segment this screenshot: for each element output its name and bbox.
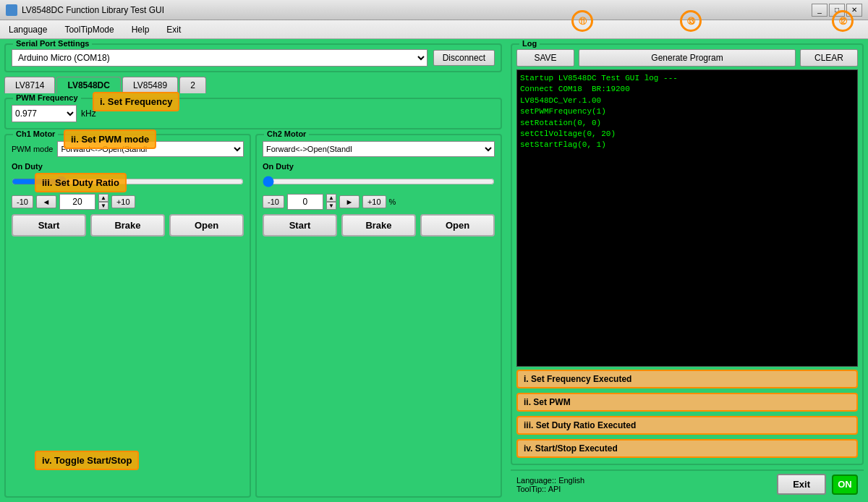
ch1-open-button[interactable]: Open [169, 214, 244, 237]
ch1-motor-section: Ch1 Motor ii. Set PWM mode PWM mode Forw… [4, 134, 251, 498]
ch2-slider-container [263, 176, 495, 190]
motors-row: Ch1 Motor ii. Set PWM mode PWM mode Forw… [4, 134, 502, 498]
freq-unit: kHz [81, 109, 96, 119]
ch1-spin-up[interactable]: ▲ [98, 194, 109, 202]
tab-lv8714[interactable]: LV8714 [4, 77, 55, 93]
main-content: Serial Port Settings Arduino Micro (COM1… [0, 39, 868, 502]
ch2-motor-section: Ch2 Motor Forward<->Open(Standl On Duty … [255, 134, 502, 498]
pwm-frequency-section: PWM Frequency 0.977 kHz i. Set Frequency [4, 98, 502, 129]
close-button[interactable]: ✕ [846, 4, 862, 17]
ch1-duty-label: On Duty [12, 161, 244, 171]
language-value: English [558, 476, 584, 485]
ch2-spin: ▲ ▼ [326, 194, 336, 210]
status-bar: Language:: English ToolTip:: API Exit ON [511, 469, 864, 498]
tab-lv85489[interactable]: LV85489 [122, 77, 178, 93]
exit-area: Exit ON [777, 474, 858, 495]
log-callout-set-duty-ratio: iii. Set Duty Ratio Executed [516, 416, 858, 435]
maximize-button[interactable]: □ [829, 4, 845, 17]
disconnect-button[interactable]: Disconnect [433, 50, 495, 66]
tooltip-value: API [548, 485, 561, 493]
ch1-label: Ch1 Motor [13, 129, 58, 138]
ch2-spin-up[interactable]: ▲ [326, 194, 336, 202]
ch2-percent: % [389, 197, 396, 206]
ch1-minus10-button[interactable]: -10 [12, 195, 33, 208]
ch1-duty-value[interactable] [59, 194, 95, 210]
log-callout-set-pwm: ii. Set PWM [516, 393, 858, 412]
ch1-motor-buttons: Start Brake Open [12, 214, 244, 237]
log-section: Log SAVE Generate Program CLEAR Startup … [511, 43, 864, 465]
language-label: Language:: [516, 476, 556, 485]
generate-program-button[interactable]: Generate Program [579, 49, 796, 67]
serial-section-label: Serial Port Settings [13, 39, 92, 48]
ch2-pwm-mode-row: Forward<->Open(Standl [263, 141, 495, 157]
ch1-brake-button[interactable]: Brake [90, 214, 165, 237]
pwm-freq-label: PWM Frequency [13, 93, 81, 102]
ch2-brake-button[interactable]: Brake [341, 214, 416, 237]
left-panel: Serial Port Settings Arduino Micro (COM1… [0, 39, 506, 502]
ch2-motor-buttons: Start Brake Open [263, 214, 495, 237]
menu-exit[interactable]: Exit [163, 23, 184, 36]
ch2-start-button[interactable]: Start [263, 214, 337, 237]
ch1-spin: ▲ ▼ [98, 194, 109, 210]
exit-button[interactable]: Exit [777, 474, 826, 495]
ch1-duty-slider[interactable] [12, 176, 244, 187]
on-badge: ON [832, 475, 858, 495]
port-select[interactable]: Arduino Micro (COM18) [12, 49, 427, 67]
tabs-row: LV8714 LV8548DC LV85489 2 [4, 77, 502, 93]
title-bar: LV8548DC Function Library Test GUI _ □ ✕ [0, 0, 868, 20]
ch2-open-button[interactable]: Open [420, 214, 495, 237]
menu-bar: Language ToolTipMode Help Exit [0, 20, 868, 39]
ch1-slider-container [12, 176, 244, 190]
ch2-duty-value[interactable] [287, 194, 323, 210]
right-panel: ⑪ ⑬ ⑫ Log SAVE Generate Program CLEAR St… [506, 39, 868, 502]
minimize-button[interactable]: _ [812, 4, 827, 17]
menu-language[interactable]: Language [6, 23, 50, 36]
menu-tooltipmode[interactable]: ToolTipMode [61, 23, 116, 36]
log-output: Startup LV8548DC Test GUI log --- Connec… [516, 69, 858, 367]
window-title: LV8548DC Function Library Test GUI [22, 5, 812, 15]
ch1-plus10-button[interactable]: +10 [111, 195, 135, 208]
serial-port-section: Serial Port Settings Arduino Micro (COM1… [4, 43, 502, 72]
ch2-plus10-button[interactable]: +10 [362, 195, 386, 208]
ch1-left-arrow-button[interactable]: ◄ [36, 195, 56, 208]
tooltip-label: ToolTip:: [516, 485, 546, 493]
ch1-spin-down[interactable]: ▼ [98, 202, 109, 210]
ch2-duty-label: On Duty [263, 161, 495, 171]
freq-select[interactable]: 0.977 [12, 105, 77, 122]
log-buttons-row: SAVE Generate Program CLEAR [516, 49, 858, 67]
ch2-pwm-mode-select[interactable]: Forward<->Open(Standl [263, 141, 495, 157]
pwm-mode-select[interactable]: Forward<->Open(Standl [57, 141, 244, 157]
ch2-duty-slider[interactable] [263, 176, 495, 187]
ch2-value-row: -10 ▲ ▼ ► +10 % [263, 194, 495, 210]
window-controls: _ □ ✕ [812, 4, 862, 17]
clear-button[interactable]: CLEAR [800, 49, 858, 67]
tab-2[interactable]: 2 [179, 77, 206, 93]
ch2-spin-down[interactable]: ▼ [326, 202, 336, 210]
save-button[interactable]: SAVE [516, 49, 574, 67]
menu-help[interactable]: Help [129, 23, 153, 36]
pwm-mode-label: PWM mode [12, 145, 53, 153]
freq-row: 0.977 kHz [12, 105, 495, 122]
ch1-value-row: -10 ◄ ▲ ▼ +10 [12, 194, 244, 210]
status-info: Language:: English ToolTip:: API [516, 476, 584, 493]
ch2-label: Ch2 Motor [264, 129, 309, 138]
app-icon [6, 4, 17, 16]
tab-lv8548dc[interactable]: LV8548DC [56, 77, 120, 93]
ch1-start-button[interactable]: Start [12, 214, 86, 237]
serial-row: Arduino Micro (COM18) Disconnect [12, 49, 495, 67]
callout-toggle-start: iv. Toggle Start/Stop [35, 451, 139, 470]
log-callout-start-stop: iv. Start/Stop Executed [516, 439, 858, 458]
log-section-label: Log [519, 39, 540, 48]
ch2-minus10-button[interactable]: -10 [263, 195, 284, 208]
log-callout-set-frequency: i. Set Frequency Executed [516, 370, 858, 388]
pwm-mode-row: PWM mode Forward<->Open(Standl [12, 141, 244, 157]
ch2-right-arrow-button[interactable]: ► [339, 195, 359, 208]
